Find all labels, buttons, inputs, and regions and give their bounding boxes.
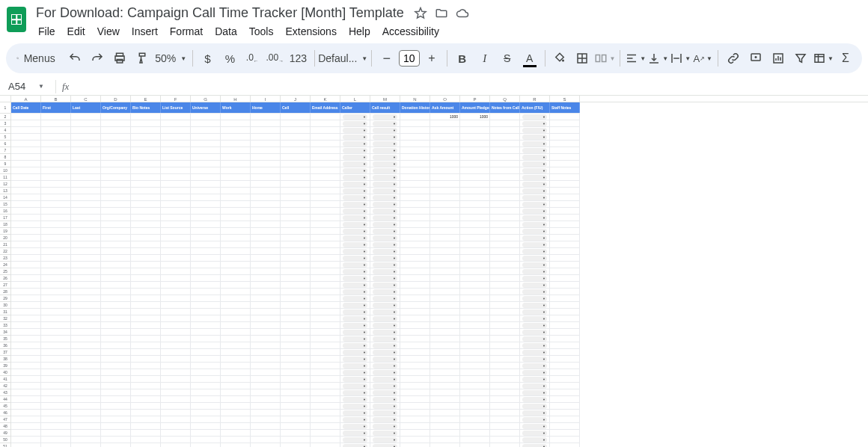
cell[interactable]: Last [71, 102, 101, 113]
cell[interactable] [71, 268, 101, 274]
cell[interactable] [161, 416, 191, 422]
cell[interactable] [400, 295, 430, 301]
cell[interactable] [370, 430, 400, 436]
cell[interactable] [251, 416, 281, 422]
dropdown-chip[interactable] [522, 135, 547, 140]
dropdown-chip[interactable] [373, 289, 397, 295]
dropdown-chip[interactable] [343, 444, 367, 448]
cell[interactable] [101, 376, 131, 382]
cell[interactable] [161, 403, 191, 409]
cell[interactable] [71, 309, 101, 315]
cell[interactable] [191, 282, 221, 288]
cell[interactable] [281, 120, 311, 126]
cell[interactable] [131, 356, 161, 362]
row-header-38[interactable]: 38 [0, 356, 11, 363]
cell[interactable] [520, 356, 550, 362]
cell[interactable] [221, 208, 251, 214]
cell[interactable] [550, 322, 580, 328]
row-header-31[interactable]: 31 [0, 309, 11, 315]
cell[interactable] [191, 336, 221, 342]
cell[interactable] [41, 437, 71, 443]
cell[interactable] [71, 423, 101, 429]
cell[interactable] [311, 228, 340, 234]
cell[interactable] [131, 167, 161, 173]
dropdown-chip[interactable] [522, 215, 547, 221]
cell[interactable] [251, 114, 281, 120]
cell[interactable] [41, 349, 71, 355]
cell[interactable] [311, 181, 340, 187]
row-header-41[interactable]: 41 [0, 376, 11, 383]
cell[interactable] [520, 181, 550, 187]
cell[interactable] [71, 443, 101, 447]
cell[interactable] [71, 141, 101, 147]
cell[interactable] [340, 275, 370, 281]
cell[interactable] [161, 262, 191, 268]
cell[interactable] [400, 275, 430, 281]
cell[interactable] [221, 336, 251, 342]
cell[interactable] [370, 336, 400, 342]
cell[interactable] [281, 389, 311, 395]
cell[interactable] [460, 443, 490, 447]
cell[interactable] [281, 302, 311, 308]
cell[interactable] [101, 120, 131, 126]
cell[interactable] [251, 302, 281, 308]
cell[interactable] [430, 201, 460, 207]
dropdown-chip[interactable] [373, 357, 397, 362]
cell[interactable] [370, 248, 400, 254]
cell[interactable] [71, 282, 101, 288]
cell[interactable] [251, 315, 281, 321]
cell[interactable] [251, 336, 281, 342]
cell[interactable] [340, 208, 370, 214]
dropdown-chip[interactable] [343, 330, 367, 335]
dropdown-chip[interactable] [343, 276, 367, 281]
cell[interactable] [221, 147, 251, 153]
dropdown-chip[interactable] [373, 343, 397, 348]
cell[interactable] [550, 437, 580, 443]
dropdown-chip[interactable] [343, 390, 367, 395]
cell[interactable] [11, 309, 41, 315]
cell[interactable] [430, 416, 460, 422]
select-all-corner[interactable] [0, 96, 11, 102]
dropdown-chip[interactable] [522, 242, 547, 247]
cell[interactable] [490, 322, 520, 328]
cell[interactable] [460, 208, 490, 214]
cell[interactable] [281, 356, 311, 362]
cell[interactable] [41, 114, 71, 120]
cell[interactable] [191, 154, 221, 160]
cell[interactable] [131, 262, 161, 268]
cell[interactable] [281, 188, 311, 194]
cell[interactable] [460, 376, 490, 382]
cell[interactable] [400, 416, 430, 422]
cell[interactable] [370, 443, 400, 447]
cell[interactable] [340, 376, 370, 382]
cell[interactable] [430, 282, 460, 288]
cell[interactable] [101, 349, 131, 355]
dropdown-chip[interactable] [522, 431, 547, 436]
cell[interactable] [41, 410, 71, 416]
row-header-34[interactable]: 34 [0, 329, 11, 336]
dropdown-chip[interactable] [343, 215, 367, 221]
cell[interactable] [430, 127, 460, 133]
cell[interactable] [71, 289, 101, 295]
cell[interactable] [131, 221, 161, 227]
cell[interactable] [430, 403, 460, 409]
cell[interactable] [281, 241, 311, 247]
cell[interactable] [131, 430, 161, 436]
row-header-10[interactable]: 10 [0, 167, 11, 174]
cell[interactable] [191, 241, 221, 247]
cell[interactable] [191, 208, 221, 214]
row-header-8[interactable]: 8 [0, 154, 11, 161]
cell[interactable] [311, 309, 340, 315]
cell[interactable] [550, 403, 580, 409]
cell[interactable] [340, 228, 370, 234]
cell[interactable] [490, 302, 520, 308]
cell[interactable] [430, 369, 460, 375]
cell[interactable] [131, 403, 161, 409]
cell[interactable] [370, 349, 400, 355]
cell[interactable]: Email Address [311, 102, 340, 113]
cell[interactable] [191, 389, 221, 395]
cell[interactable] [131, 161, 161, 167]
cell[interactable] [460, 302, 490, 308]
cell[interactable]: Caller [340, 102, 370, 113]
cell[interactable] [11, 342, 41, 348]
